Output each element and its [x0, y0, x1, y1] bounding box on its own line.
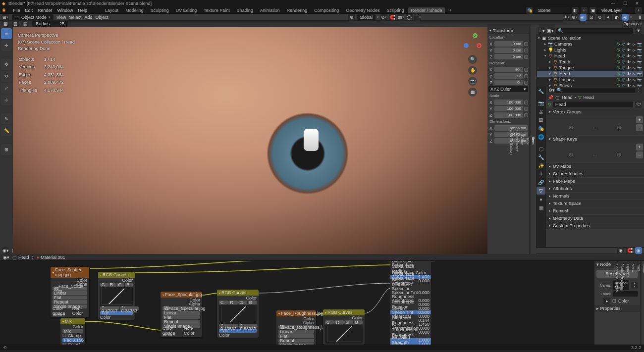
outliner-render-toggle[interactable]: 📷 — [637, 65, 642, 70]
node-principled-bsdf[interactable]: Random WalkBase ColorSubsurfaceSubsurfac… — [390, 261, 431, 345]
ptab-output[interactable]: 🖨 — [537, 107, 545, 115]
perspective-toggle-icon[interactable]: ▦ — [468, 88, 477, 97]
outliner-selectable-toggle[interactable]: ▻ — [632, 53, 637, 58]
outliner-visibility-toggle[interactable]: 👁 — [626, 53, 631, 58]
outliner-selectable-toggle[interactable]: ▻ — [632, 77, 637, 82]
menu-render[interactable]: Render — [38, 8, 53, 13]
props-obj-name[interactable]: Head — [562, 95, 573, 100]
n-panel-tab[interactable]: FaceBuilder — [514, 27, 520, 254]
n-panel-tab[interactable]: Script To Button — [509, 27, 514, 254]
props-panel-header[interactable]: ▸Face Maps — [546, 178, 644, 185]
node-n-panel-tab[interactable]: Options — [625, 261, 631, 345]
menu-edit[interactable]: Edit — [25, 8, 33, 13]
axis-y[interactable] — [464, 43, 469, 48]
node-rgb-curves-2[interactable]: ▾RGB Curves Color CRGB X: 0.43562Y: 0.83… — [217, 290, 259, 338]
tool-select-box[interactable]: ▭ — [1, 28, 12, 39]
viewlayer-name-field[interactable]: ViewLayer — [598, 7, 633, 13]
outliner-display-mode[interactable]: ▣▾ — [547, 27, 554, 34]
shading-solid[interactable]: ● — [605, 14, 612, 21]
outliner-render-toggle[interactable]: 📷 — [637, 77, 642, 82]
add-button[interactable]: + — [636, 116, 643, 123]
ptab-scene[interactable]: 🎭 — [537, 124, 545, 132]
outliner-item[interactable]: ▸💡Lights▽▽👁▻📷 — [537, 47, 643, 53]
node-color-expand[interactable]: ▸ — [603, 298, 610, 304]
outliner-selectable-toggle[interactable]: ▻ — [632, 71, 637, 76]
outliner-item[interactable]: ▸▽Brows▽▽👁▻📷 — [537, 83, 643, 87]
maximize-button[interactable]: ☐ — [623, 1, 627, 6]
props-panel-header[interactable]: ▸Color Attributes — [546, 170, 644, 177]
outliner-render-toggle[interactable]: 📷 — [637, 83, 642, 87]
props-panel-header[interactable]: ▸Normals — [546, 193, 644, 200]
node-overlay-icon[interactable]: ◉ — [617, 247, 624, 254]
outliner-item[interactable]: ▸📷Cameras▽▽👁▻📷 — [537, 41, 643, 47]
props-panel-header[interactable]: ▸Remesh — [546, 207, 644, 214]
tool-rotate[interactable]: ⟲ — [1, 71, 12, 82]
ptab-tool[interactable]: 🔧 — [537, 87, 545, 95]
node-n-panel-tab[interactable]: Tool — [636, 261, 642, 345]
props-panel-header[interactable]: ▸Texture Space — [546, 200, 644, 207]
n-panel-tab[interactable]: Item — [531, 27, 536, 254]
ptab-world[interactable]: 🌐 — [537, 133, 545, 141]
workspace-tab[interactable]: UV Editing — [173, 7, 200, 13]
n-panel-tab[interactable]: Tool — [525, 27, 531, 254]
props-panel-header[interactable]: ▾Vertex Groups — [546, 108, 644, 115]
browse-scene-icon[interactable]: ◧ — [572, 7, 579, 14]
node-roughness-texture[interactable]: ▾Face_Roughness.jpg Color Alpha 🖼Face_Ro… — [276, 310, 316, 345]
workspace-tab[interactable]: Modeling — [122, 7, 147, 13]
node-editor[interactable]: ▾Face_Scatter map.jpg Color Alpha 🖼Face_… — [0, 261, 594, 345]
ptab-object[interactable]: ▢ — [537, 145, 545, 152]
outliner-item[interactable]: ▸▽Teeth▽▽👁▻📷 — [537, 59, 643, 65]
props-panel-header[interactable]: ▸Geometry Data — [546, 215, 644, 222]
node-n-panel-tab[interactable]: View — [631, 261, 636, 345]
node-editor-type-selector[interactable]: ◉▾ — [2, 247, 9, 254]
overlay-toggle[interactable]: ◉▾ — [580, 14, 587, 21]
new-scene-icon[interactable]: + — [581, 7, 588, 14]
props-pin-icon[interactable]: 📌 — [548, 95, 553, 100]
display-mode-icon-1[interactable]: ▦ — [2, 20, 9, 27]
workspace-tab[interactable]: Render / Shade — [408, 7, 445, 13]
outliner-item[interactable]: ▸▽Head▽▽👁▻📷 — [537, 71, 643, 77]
outliner-render-toggle[interactable]: 📷 — [637, 48, 642, 52]
outliner-selectable-toggle[interactable]: ▻ — [632, 42, 637, 47]
pause-render-icon[interactable]: ⏸ — [638, 15, 642, 20]
menu-select[interactable]: Select — [69, 15, 81, 20]
viewlayer-icon[interactable]: ▣ — [590, 7, 596, 14]
pan-viewport-icon[interactable]: ✋ — [468, 66, 477, 75]
tool-move[interactable]: ✥ — [1, 59, 12, 70]
workspace-tab[interactable]: Compositing — [311, 7, 342, 13]
ptab-modifiers[interactable]: 🔧 — [537, 153, 545, 161]
props-editor-selector[interactable]: ⚙▾ — [548, 87, 555, 94]
props-panel-header[interactable]: ▸Custom Properties — [546, 222, 644, 229]
mode-selector[interactable]: ⬚ Object Mode ▾ — [12, 14, 54, 20]
workspace-tab[interactable]: Shading — [234, 7, 256, 13]
orientation-selector[interactable]: Global — [357, 14, 376, 20]
menu-help[interactable]: Help — [78, 8, 88, 13]
menu-file[interactable]: File — [13, 8, 20, 13]
shading-wireframe[interactable]: ⊚ — [596, 14, 603, 21]
props-search[interactable]: 🔍 — [555, 88, 635, 93]
props-options-icon[interactable]: ⋮ — [635, 87, 642, 94]
outliner-item[interactable]: ▾▽Head▽▽👁▻📷 — [537, 53, 643, 59]
viewport-nav-gizmo[interactable]: Z X — [464, 33, 482, 53]
node-n-panel-tab[interactable]: Node Wrangler — [620, 261, 625, 345]
tool-annotate[interactable]: ✎ — [1, 113, 12, 124]
outliner-render-toggle[interactable]: 📷 — [637, 42, 642, 47]
outliner-selectable-toggle[interactable]: ▻ — [632, 59, 637, 64]
ptab-constraints[interactable]: 🔗 — [537, 178, 545, 186]
props-panel-header[interactable]: ▸UV Maps — [546, 163, 644, 170]
outliner-visibility-toggle[interactable]: 👁 — [626, 42, 631, 47]
axis-x[interactable]: X — [477, 43, 482, 48]
menu-window[interactable]: Window — [57, 8, 73, 13]
tool-add-cube[interactable]: ⊞ — [1, 144, 12, 155]
workspace-tab[interactable]: Rendering — [284, 7, 311, 13]
gizmo-toggle[interactable]: ⊕▾ — [571, 14, 578, 21]
ptab-material[interactable]: ● — [537, 195, 545, 203]
outliner-selectable-toggle[interactable]: ▻ — [632, 65, 637, 70]
tool-transform[interactable]: ⊹ — [1, 95, 12, 105]
workspace-tab[interactable]: Geometry Nodes — [343, 7, 382, 13]
mesh-name-field[interactable]: Head — [553, 101, 633, 107]
remove-button[interactable]: − — [636, 124, 643, 131]
outliner-visibility-toggle[interactable]: 👁 — [626, 59, 631, 64]
workspace-tab[interactable]: Texture Paint — [201, 7, 233, 13]
node-snap-icon[interactable]: 🧲 — [626, 247, 633, 254]
